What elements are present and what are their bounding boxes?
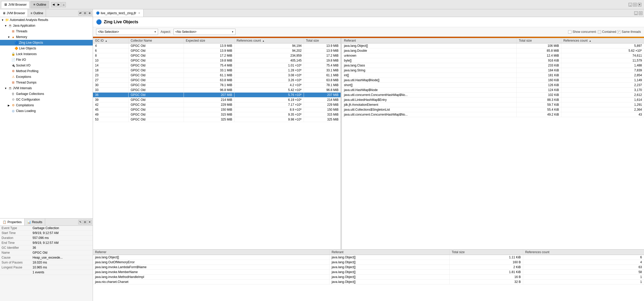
props-edit-button[interactable]: ✎ [78, 220, 82, 224]
table-row[interactable]: short[] 126 KiB 2,237 [342, 83, 644, 88]
table-row[interactable]: java.lang.String 184 KiB 7,839 [342, 68, 644, 73]
tree-item-gc[interactable]: 🗑 Garbage Collections [0, 91, 93, 97]
col-refs-b[interactable]: References count [523, 250, 644, 255]
table-row[interactable]: 42 GPGC Old 229 MiB 7.17 ×10⁶ 229 MiB [93, 102, 341, 107]
tree-item-file-io[interactable]: 📄 File I/O [0, 57, 93, 63]
table-row[interactable]: java.lang.invoke.MemberName java.lang.Ob… [93, 270, 644, 275]
back-button[interactable]: ◀ [51, 2, 56, 7]
table-row[interactable]: java.nio.charset.Charset java.lang.Objec… [93, 280, 644, 284]
table-row[interactable]: 49 GPGC Old 315 MiB 9.35 ×10⁶ 315 MiB [93, 112, 341, 117]
jvm-browser-side-tab[interactable]: 🖥 JVM Browser [0, 9, 28, 17]
col-referrer-b[interactable]: Referrer [93, 250, 329, 255]
tree-item-class-loading[interactable]: ◎ Class Loading [0, 108, 93, 114]
outline-tab[interactable]: ≡ Outline [30, 1, 49, 8]
table-row[interactable]: java.util.concurrent.ConcurrentHashMap$N… [342, 93, 644, 97]
tree-item-lock-instances[interactable]: 🔒 Lock Instances [0, 51, 93, 57]
table-row[interactable]: 53 GPGC Old 325 MiB 9.98 ×10⁶ 325 MiB [93, 117, 341, 122]
left-tabs: 🖥 JVM Browser ≡ Outline ⇄ ⊟ ⊕ [0, 9, 93, 17]
table-row[interactable]: java.lang.Class 233 KiB 1,488 [342, 63, 644, 68]
table-row[interactable]: java.lang.invoke.MethodHandleImpl java.l… [93, 275, 644, 280]
outline-side-tab[interactable]: ≡ Outline [28, 9, 46, 17]
props-expand-button[interactable]: ⊟ [83, 220, 87, 224]
table-row[interactable]: 36 GPGC Old 207 MiB 5.76 ×10⁶ 207 MiB [93, 93, 341, 97]
table-row[interactable]: 6 GPGC Old 13.9 MiB 94,202 13.9 MiB [93, 48, 341, 53]
col-total-size-b[interactable]: Total size [450, 250, 523, 255]
table-row[interactable]: 30 GPGC Old 78.1 MiB 4.2 ×10⁶ 78.1 MiB [93, 83, 341, 88]
file-tab[interactable]: 🔵 live_objects_test1_zing.jfr ✕ [93, 9, 144, 17]
col-referant-b[interactable]: Referant [329, 250, 450, 255]
properties-tab[interactable]: 📋 Properties [0, 219, 25, 225]
table-row[interactable]: java.lang.OutOfMemoryError java.lang.Obj… [93, 260, 644, 265]
table-row[interactable]: int[] 181 KiB 2,854 [342, 73, 644, 78]
table-row[interactable]: 27 GPGC Old 63.8 MiB 3.26 ×10⁶ 63.8 MiB [93, 78, 341, 83]
table-row[interactable]: 14 GPGC Old 75.4 MiB 1.01 ×10⁶ 75.4 MiB [93, 63, 341, 68]
table-row[interactable]: java.util.concurrent.ConcurrentHashMap$N… [342, 112, 644, 117]
close-window-button[interactable]: ✕ [638, 3, 641, 6]
col-expected-size[interactable]: Expected size [184, 38, 234, 43]
tree-item-socket-io[interactable]: 🔌 Socket I/O [0, 63, 93, 68]
tree-item-live-objects[interactable]: 🔶 Live Objects [0, 46, 93, 51]
table-row[interactable]: java.util.Collections$SingletonList 55.4… [342, 107, 644, 112]
table-row[interactable]: java.lang.Object[] java.lang.Object[] 1.… [93, 255, 644, 260]
col-total-size-r[interactable]: Total size [517, 38, 561, 43]
table-row[interactable]: byte[] 916 KiB 11,579 [342, 58, 644, 63]
show-concurrent-checkbox[interactable] [568, 30, 571, 34]
table-row[interactable]: java.util.LinkedHashMap$Entry 88.3 KiB 1… [342, 97, 644, 102]
tree-item-method-profiling[interactable]: ⚙ Method Profiling [0, 68, 93, 74]
props-scroll[interactable]: Event TypeGarbage CollectionStart Time9/… [0, 226, 93, 301]
table-row[interactable]: java.lang.Double 85.8 MiB 5.62 ×10⁶ [342, 48, 644, 53]
tree-item-compilations[interactable]: ▶ ⚙ Compilations [0, 102, 93, 108]
right-table-panel: Referant Total size References count ▲ j… [342, 38, 644, 249]
col-collector-name[interactable]: Collector Name [128, 38, 184, 43]
col-referant[interactable]: Referant [342, 38, 517, 43]
same-threads-checkbox[interactable] [617, 30, 621, 34]
sync-button[interactable]: ⇄ [78, 11, 82, 16]
tree-item-memory[interactable]: ▼ ▲ Memory [0, 34, 93, 40]
contained-checkbox[interactable] [598, 30, 601, 34]
table-row[interactable]: 39 GPGC Old 214 MiB 6.19 ×10⁶ 214 MiB [93, 97, 341, 102]
toggle-jvm: ▼ [4, 87, 7, 90]
table-row[interactable]: 8 GPGC Old 17.2 MiB 234,959 17.2 MiB [93, 53, 341, 58]
col-refs-count-r[interactable]: References count ▲ [561, 38, 644, 43]
table-row[interactable]: 45 GPGC Old 150 MiB 8.9 ×10⁶ 150 MiB [93, 107, 341, 112]
close-file-tab[interactable]: ✕ [138, 12, 140, 14]
table-row[interactable]: 23 GPGC Old 61.1 MiB 3.08 ×10⁶ 61.1 MiB [93, 73, 341, 78]
minimize-button[interactable]: _ [629, 3, 632, 6]
col-gcid[interactable]: GC ID ▲ [93, 38, 128, 43]
table-row[interactable]: java.util.HashMap$Node 124 KiB 3,170 [342, 88, 644, 93]
table-row[interactable]: 4 GPGC Old 13.9 MiB 94,194 13.9 MiB [93, 43, 341, 48]
table-row[interactable]: jdk.jfr.AnnotationElement 59.7 KiB 1,291 [342, 102, 644, 107]
table-row[interactable]: java.util.HashMap$Node[] 160 KiB 1,149 [342, 78, 644, 83]
aspect-dropdown[interactable]: <No Selection> ▼ [174, 29, 235, 35]
tree-item-threads[interactable]: ⊞ Threads [0, 28, 93, 34]
tree-item-thread-dumps[interactable]: ⊞ Thread Dumps [0, 80, 93, 85]
tree-item-exceptions[interactable]: ⚠ Exceptions [0, 74, 93, 80]
table-row[interactable]: 10 GPGC Old 19.8 MiB 405,145 19.8 MiB [93, 58, 341, 63]
home-button[interactable]: ⌂ [61, 2, 66, 7]
left-data-table-container[interactable]: GC ID ▲ Collector Name Expected size Ref… [93, 38, 341, 249]
tree-item-zing-live[interactable]: 🔵 Zing Live Objects [0, 40, 93, 46]
table-row[interactable]: java.lang.Object[] 106 MiB 5,897 [342, 43, 644, 48]
tree-item-automated[interactable]: ▼ 📁 Automated Analysis Results [0, 17, 93, 23]
table-row[interactable]: 18 GPGC Old 33.1 MiB 1.28 ×10⁶ 33.1 MiB [93, 68, 341, 73]
expand-all-button[interactable]: ⊕ [88, 11, 92, 16]
forward-button[interactable]: ▶ [56, 2, 61, 7]
col-total-size[interactable]: Total size [304, 38, 341, 43]
tree-item-jvm-internals[interactable]: ▼ ☕ JVM Internals [0, 85, 93, 91]
maximize-button[interactable]: □ [633, 3, 637, 6]
right-min-button[interactable]: _ [634, 11, 638, 15]
bottom-table-container[interactable]: Referrer Referant Total size References … [93, 250, 644, 301]
table-row[interactable]: java.lang.invoke.LambdaForm$Name java.la… [93, 265, 644, 270]
collapse-all-button[interactable]: ⊟ [83, 11, 87, 16]
right-data-table-container[interactable]: Referant Total size References count ▲ j… [342, 38, 644, 249]
table-row[interactable]: unknown 12.4 MiB 74,611 [342, 53, 644, 58]
col-references-count[interactable]: References count ▲ [234, 38, 304, 43]
props-close-button[interactable]: ✕ [88, 220, 92, 224]
selection-dropdown[interactable]: <No Selection> ▼ [96, 29, 158, 35]
jvm-browser-tab[interactable]: 🖥 JVM Browser [1, 1, 29, 8]
tree-item-gc-config[interactable]: ⚙ GC Configuration [0, 97, 93, 102]
right-max-button[interactable]: □ [639, 11, 642, 15]
results-tab[interactable]: 📊 Results [25, 219, 45, 225]
tree-item-java-app[interactable]: ▼ ☕ Java Application [0, 23, 93, 28]
table-row[interactable]: 33 GPGC Old 96.8 MiB 5.42 ×10⁶ 96.8 MiB [93, 88, 341, 93]
